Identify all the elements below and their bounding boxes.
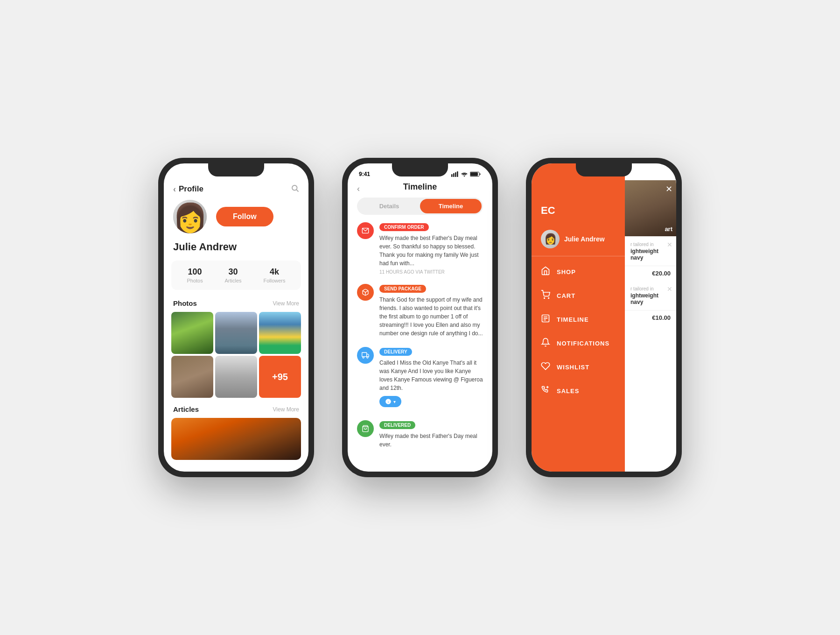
cart-title-overlay: art [665,226,672,233]
tl-content-3: DELIVERY Called I Miss the Old Kanye Tha… [379,347,483,411]
articles-title: Articles [173,405,199,413]
tab-timeline[interactable]: Timeline [420,199,482,213]
status-icons [451,171,481,177]
svg-point-0 [292,185,297,190]
info-dropdown-button[interactable]: ▾ [379,396,401,407]
profile-title: Profile [179,184,203,194]
back-arrow-icon: ‹ [173,184,176,194]
nav-label-cart: CART [557,292,575,299]
stat-photos-value: 100 [187,267,203,277]
cart-item-1: ✕ r tailored in ightweight navy [625,236,676,266]
stats-row: 100 Photos 30 Articles 4k Followers [171,261,301,290]
cart-item-1-subtitle: r tailored in [630,242,671,247]
timeline-icon [541,314,550,325]
tl-text-2: Thank God for the support of my wife and… [379,296,483,338]
timeline-header: ‹ Timeline [348,180,492,198]
notch-3 [576,163,632,176]
drawer-panel: EC 👩 Julie Andrew [532,163,625,472]
tab-details[interactable]: Details [358,199,420,213]
photos-grid: +95 [164,312,308,398]
nav-item-notifications[interactable]: NOTIFICATIONS [532,332,625,355]
stat-followers-label: Followers [263,278,285,283]
svg-point-6 [464,176,465,177]
status-time: 9:41 [359,171,370,177]
photos-section-header: Photos View More [164,297,308,312]
timeline-item-3: DELIVERY Called I Miss the Old Kanye Tha… [357,347,483,411]
photo-cell-5[interactable] [215,356,257,398]
drawer-avatar: 👩 [541,230,560,248]
nav-item-sales[interactable]: SALES [532,379,625,403]
cart-price-row-2: €10.00 [625,310,676,325]
nav-item-wishlist[interactable]: WISHLIST [532,355,625,379]
photo-cell-2[interactable] [215,312,257,354]
photo-cell-1[interactable] [171,312,213,354]
article-image[interactable] [171,418,301,460]
photos-title: Photos [173,299,197,307]
content-panel: ✕ art ✕ r tailored in ightweight navy €2… [625,163,676,472]
tl-text-4: Wifey made the best Father's Day meal ev… [379,432,483,449]
cart-price-row-1: €20.00 [625,266,676,281]
cart-price-2: €10.00 [652,314,671,321]
stat-followers-value: 4k [263,267,285,277]
stat-followers: 4k Followers [263,267,285,283]
tl-meta-1: 11 HOURS AGO VIA TWITTER [379,269,483,275]
profile-nav-back[interactable]: ‹ Profile [173,184,203,194]
tl-back-button[interactable]: ‹ [357,184,360,194]
nav-item-timeline[interactable]: TIMELINE [532,308,625,332]
tl-content-4: DELIVERED Wifey made the best Father's D… [379,420,483,449]
profile-header: ‹ Profile [164,180,308,200]
svg-rect-8 [470,172,478,176]
cart-icon [541,290,550,302]
articles-view-more[interactable]: View More [273,406,299,413]
photo-cell-3[interactable] [259,312,301,354]
stat-photos-label: Photos [187,278,203,283]
avatar: 👩 [173,200,207,233]
photos-view-more[interactable]: View More [273,300,299,307]
timeline-feed: CONFIRM ORDER Wifey made the best Father… [348,222,492,472]
phone-drawer-screen: EC 👩 Julie Andrew [532,163,676,472]
search-icon[interactable] [291,184,299,194]
dropdown-arrow: ▾ [393,399,396,404]
stat-articles-value: 30 [225,267,242,277]
close-button-2[interactable]: ✕ [667,241,672,248]
svg-point-16 [544,298,545,299]
cart-item-2-subtitle: r tailored in [630,286,671,291]
svg-rect-5 [457,171,458,177]
profile-name: Julie Andrew [164,241,308,261]
svg-line-1 [296,190,298,191]
photo-cell-4[interactable] [171,356,213,398]
phone-drawer: EC 👩 Julie Andrew [526,158,682,477]
phone-profile: ‹ Profile 👩 F [158,158,314,477]
svg-rect-2 [451,174,453,177]
photo-cell-extra[interactable]: +95 [259,356,301,398]
nav-label-sales: SALES [557,388,579,395]
svg-point-17 [548,298,549,299]
tl-content-2: SEND PACKAGE Thank God for the support o… [379,284,483,338]
profile-hero: 👩 Follow [164,200,308,241]
nav-item-shop[interactable]: SHOP [532,260,625,284]
close-button-1[interactable]: ✕ [665,184,672,194]
phone-timeline: 9:41 [342,158,498,477]
tl-icon-delivery [357,347,374,364]
cart-item-2-name: ightweight navy [630,292,671,305]
phone-timeline-screen: 9:41 [348,163,492,472]
drawer-user: 👩 Julie Andrew [532,224,625,256]
content-status-spacer [625,163,676,180]
svg-rect-3 [453,173,455,177]
close-button-3[interactable]: ✕ [667,285,672,293]
svg-point-12 [363,357,364,358]
tl-badge-package: SEND PACKAGE [379,285,426,293]
cart-item-2: ✕ r tailored in ightweight navy [625,281,676,310]
timeline-item-1: CONFIRM ORDER Wifey made the best Father… [357,222,483,275]
svg-rect-4 [455,172,456,177]
follow-button[interactable]: Follow [216,207,273,226]
drawer-screen: EC 👩 Julie Andrew [532,163,676,472]
cart-item-1-name: ightweight navy [630,248,671,261]
stat-articles: 30 Articles [225,267,242,283]
tl-badge-confirm: CONFIRM ORDER [379,223,429,231]
extra-count: +95 [272,372,288,382]
tl-icon-package [357,284,374,301]
timeline-title: Timeline [403,182,437,191]
nav-label-timeline: TIMELINE [557,316,589,323]
nav-item-cart[interactable]: CART [532,284,625,308]
